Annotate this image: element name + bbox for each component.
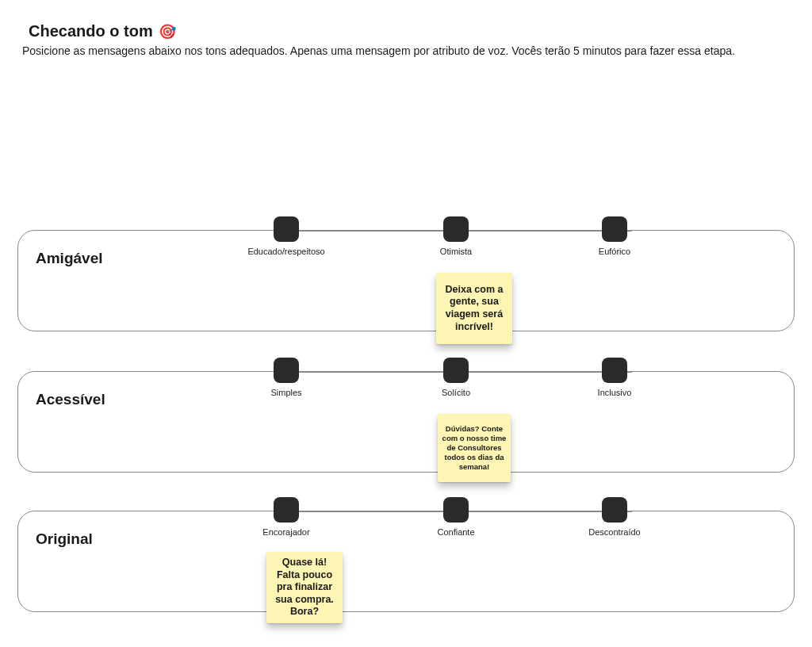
slot-target-icon[interactable] <box>602 358 627 383</box>
sticky-note-text: Quase lá! Falta pouco pra finalizar sua … <box>271 557 338 618</box>
canvas[interactable]: Checando o tom 🎯 Posicione as mensagens … <box>0 0 812 647</box>
tone-slot-original-c[interactable]: Descontraído <box>602 497 627 523</box>
target-icon: 🎯 <box>159 24 176 40</box>
page-title: Checando o tom 🎯 <box>29 22 176 40</box>
page-title-text: Checando o tom <box>29 22 153 40</box>
tone-row-title: Acessível <box>36 391 105 408</box>
tone-row-acessivel: AcessívelSimplesSolícitoInclusivo <box>17 371 795 473</box>
slot-label: Confiante <box>437 527 474 537</box>
slot-label: Simples <box>270 388 301 397</box>
tone-slot-original-a[interactable]: Encorajador <box>274 497 299 523</box>
tone-slot-amigavel-a[interactable]: Educado/respeitoso <box>274 216 299 242</box>
slot-label: Descontraído <box>588 527 640 537</box>
slot-label: Solícito <box>442 388 470 397</box>
page-description: Posicione as mensagens abaixo nos tons a… <box>22 44 735 57</box>
tone-slot-amigavel-b[interactable]: Otimista <box>443 216 469 242</box>
slot-label: Eufórico <box>599 247 630 256</box>
slot-label: Inclusivo <box>598 388 632 397</box>
slot-target-icon[interactable] <box>443 497 469 523</box>
tone-row-title: Original <box>36 530 93 548</box>
sticky-note[interactable]: Quase lá! Falta pouco pra finalizar sua … <box>266 552 343 623</box>
slot-target-icon[interactable] <box>602 497 627 523</box>
slot-target-icon[interactable] <box>274 497 299 523</box>
tone-slot-amigavel-c[interactable]: Eufórico <box>602 216 627 242</box>
slot-label: Educado/respeitoso <box>247 247 324 256</box>
slot-target-icon[interactable] <box>443 216 469 242</box>
slot-target-icon[interactable] <box>443 358 469 383</box>
tone-slot-acessivel-c[interactable]: Inclusivo <box>602 358 627 383</box>
tone-row-original: OriginalEncorajadorConfianteDescontraído <box>17 511 795 612</box>
slot-target-icon[interactable] <box>602 216 627 242</box>
sticky-note-text: Deixa com a gente, sua viagem será incrí… <box>441 284 508 334</box>
slot-label: Otimista <box>440 247 472 256</box>
slot-target-icon[interactable] <box>274 216 299 242</box>
tone-slot-acessivel-b[interactable]: Solícito <box>443 358 469 383</box>
tone-slot-original-b[interactable]: Confiante <box>443 497 469 523</box>
tone-row-title: Amigável <box>36 250 102 267</box>
tone-row-amigavel: AmigávelEducado/respeitosoOtimistaEufóri… <box>17 230 795 331</box>
slot-target-icon[interactable] <box>274 358 299 383</box>
sticky-note[interactable]: Dúvidas? Conte com o nosso time de Consu… <box>438 414 511 482</box>
sticky-note[interactable]: Deixa com a gente, sua viagem será incrí… <box>436 273 512 344</box>
slot-label: Encorajador <box>262 527 309 537</box>
tone-slot-acessivel-a[interactable]: Simples <box>274 358 299 383</box>
sticky-note-text: Dúvidas? Conte com o nosso time de Consu… <box>442 424 507 471</box>
